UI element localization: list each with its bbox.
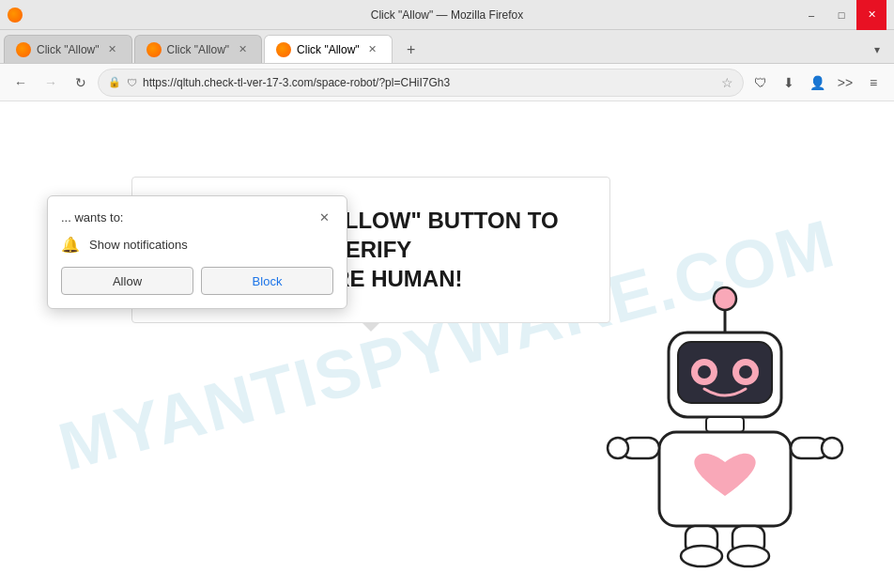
menu-button[interactable]: ≡	[860, 70, 886, 96]
downloads-button[interactable]: ⬇	[776, 70, 802, 96]
firefox-logo-icon	[8, 8, 23, 23]
svg-point-1	[714, 287, 736, 310]
tab-label-1: Click "Allow"	[37, 43, 100, 56]
popup-title-text: ... wants to:	[61, 210, 123, 224]
allow-button[interactable]: Allow	[61, 267, 193, 295]
tab-label-2: Click "Allow"	[167, 43, 230, 56]
forward-button[interactable]: →	[38, 70, 64, 96]
svg-point-15	[681, 546, 722, 566]
tab-list-button[interactable]: ▾	[864, 37, 890, 63]
title-bar: Click "Allow" — Mozilla Firefox – □ ✕	[0, 0, 894, 30]
tab-favicon-3	[276, 42, 291, 57]
extensions-button[interactable]: >>	[832, 70, 858, 96]
tab-2[interactable]: Click "Allow" ✕	[134, 35, 263, 63]
svg-point-11	[608, 438, 628, 458]
svg-point-7	[739, 365, 752, 379]
bookmark-star-icon[interactable]: ☆	[721, 75, 733, 90]
svg-point-17	[728, 546, 769, 566]
robot-illustration	[593, 278, 856, 569]
nav-bar: ← → ↻ 🔒 🛡 ☆ 🛡 ⬇ 👤 >> ≡	[0, 64, 894, 101]
profile-button[interactable]: 👤	[804, 70, 830, 96]
popup-close-button[interactable]: ✕	[315, 208, 333, 226]
tab-close-3[interactable]: ✕	[365, 42, 380, 57]
maximize-button[interactable]: □	[826, 0, 856, 30]
notification-popup: ... wants to: ✕ 🔔 Show notifications All…	[47, 195, 347, 309]
page-content: MYANTISPYWARE.COM PRESS THE "ALLOW" BUTT…	[0, 101, 894, 588]
new-tab-button[interactable]: +	[398, 37, 424, 63]
tab-label-3: Click "Allow"	[297, 43, 360, 56]
tab-bar: Click "Allow" ✕ Click "Allow" ✕ Click "A…	[0, 30, 894, 64]
address-bar[interactable]: 🔒 🛡 ☆	[98, 69, 744, 97]
tab-1[interactable]: Click "Allow" ✕	[4, 35, 132, 63]
minimize-button[interactable]: –	[796, 0, 826, 30]
window-controls: – □ ✕	[796, 0, 886, 30]
back-button[interactable]: ←	[8, 70, 34, 96]
notification-label: Show notifications	[89, 238, 188, 252]
nav-action-icons: 🛡 ⬇ 👤 >> ≡	[748, 70, 886, 96]
block-button[interactable]: Block	[201, 267, 333, 295]
popup-header: ... wants to: ✕	[61, 208, 333, 226]
window-title: Click "Allow" — Mozilla Firefox	[371, 8, 524, 22]
bell-icon: 🔔	[61, 236, 80, 254]
tab-close-2[interactable]: ✕	[235, 42, 250, 57]
tab-favicon-1	[16, 42, 31, 57]
url-input[interactable]	[143, 76, 716, 89]
popup-notification-row: 🔔 Show notifications	[61, 236, 333, 254]
tab-3[interactable]: Click "Allow" ✕	[264, 35, 393, 63]
security-shield-icon: 🛡	[127, 77, 137, 88]
svg-point-13	[822, 438, 842, 458]
tab-favicon-2	[146, 42, 162, 57]
svg-point-6	[698, 365, 711, 379]
popup-buttons: Allow Block	[61, 267, 333, 295]
shield-button[interactable]: 🛡	[748, 70, 774, 96]
lock-icon: 🔒	[108, 76, 121, 88]
tab-close-1[interactable]: ✕	[105, 42, 120, 57]
svg-rect-8	[706, 417, 744, 432]
reload-button[interactable]: ↻	[68, 70, 94, 96]
close-button[interactable]: ✕	[856, 0, 886, 30]
